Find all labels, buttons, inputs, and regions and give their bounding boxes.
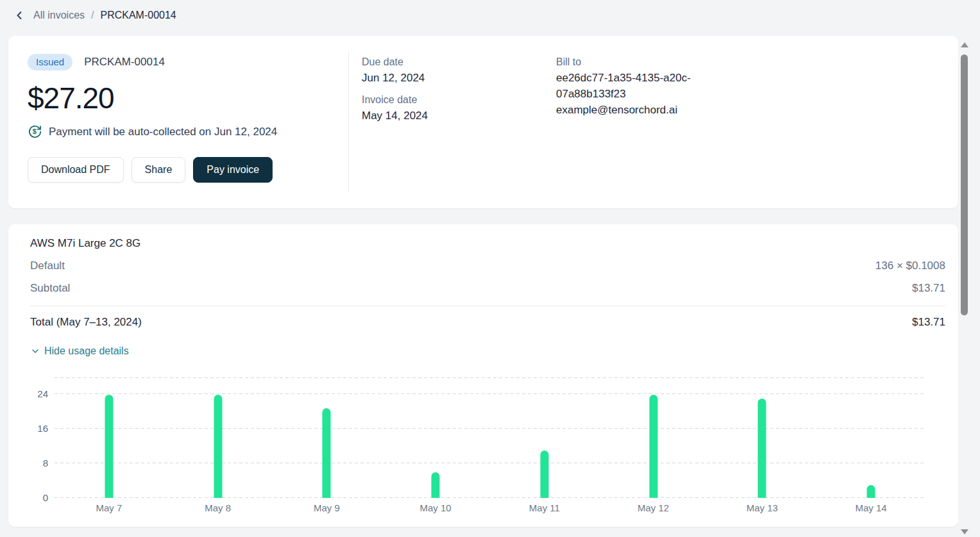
usage-bar-may-8	[214, 395, 222, 498]
total-divider	[30, 306, 945, 306]
bill-to-label: Bill to	[556, 56, 724, 68]
due-date-label: Due date	[362, 56, 556, 68]
gridline	[55, 393, 925, 394]
usage-bar-may-14	[867, 485, 875, 498]
x-axis-tick-label: May 12	[599, 502, 708, 513]
y-axis-tick-label: 24	[26, 388, 48, 400]
invoice-summary-card: Issued PRCKAM-00014 $27.20 $ Payment wil…	[8, 36, 958, 208]
gridline	[55, 497, 925, 498]
total-value: $13.71	[912, 315, 945, 330]
usage-bar-may-11	[540, 450, 548, 498]
invoice-date-label: Invoice date	[362, 94, 556, 106]
dates-column: Due date Jun 12, 2024 Invoice date May 1…	[362, 56, 556, 190]
gridline	[55, 377, 925, 378]
x-axis-tick-label: May 13	[708, 502, 817, 513]
breadcrumb-current: PRCKAM-00014	[100, 10, 176, 21]
bill-to-column: Bill to ee26dc77-1a35-4135-a20c-07a88b13…	[556, 56, 724, 190]
breadcrumb-separator: /	[91, 10, 94, 21]
usage-bar-may-7	[105, 395, 113, 498]
chevron-left-icon	[13, 9, 26, 22]
usage-bar-may-13	[758, 399, 766, 498]
share-button[interactable]: Share	[131, 157, 186, 183]
usage-bar-may-9	[323, 408, 331, 498]
due-date-value: Jun 12, 2024	[362, 70, 556, 86]
row-value: $13.71	[912, 281, 945, 296]
usage-chart-xlabels: May 7May 8May 9May 10May 11May 12May 13M…	[55, 502, 925, 513]
download-pdf-button[interactable]: Download PDF	[28, 157, 124, 183]
x-axis-tick-label: May 10	[381, 502, 490, 513]
usage-bar-may-12	[649, 395, 657, 498]
auto-collect-note: Payment will be auto-collected on Jun 12…	[49, 126, 277, 138]
gridline	[55, 428, 925, 429]
breadcrumb: All invoices / PRCKAM-00014	[0, 0, 980, 31]
invoice-summary: Issued PRCKAM-00014 $27.20 $ Payment wil…	[28, 54, 348, 190]
line-item-name: AWS M7i Large 2C 8G	[30, 236, 945, 251]
scrollbar	[959, 36, 969, 537]
x-axis-tick-label: May 7	[55, 502, 164, 513]
chevron-down-icon	[30, 346, 40, 356]
total-label: Total (May 7–13, 2024)	[30, 315, 142, 330]
usage-chart: 081624 May 7May 8May 9May 10May 11May 12…	[55, 378, 925, 513]
row-value: 136 × $0.1008	[875, 258, 945, 274]
scrollbar-thumb[interactable]	[961, 54, 968, 315]
svg-text:$: $	[33, 128, 37, 135]
invoice-date-value: May 14, 2024	[362, 108, 556, 124]
usage-bar-may-10	[432, 472, 440, 498]
bill-to-email: example@tensorchord.ai	[556, 102, 724, 118]
main-content: Issued PRCKAM-00014 $27.20 $ Payment wil…	[8, 36, 958, 527]
row-label: Subtotal	[30, 281, 70, 296]
back-button[interactable]	[12, 8, 27, 23]
x-axis-tick-label: May 9	[273, 502, 382, 513]
y-axis-tick-label: 8	[26, 458, 48, 469]
scrollbar-down-arrow-icon[interactable]	[961, 529, 968, 534]
usage-chart-plot: 081624	[55, 378, 925, 498]
x-axis-tick-label: May 8	[164, 502, 273, 513]
y-axis-tick-label: 16	[26, 423, 48, 434]
scrollbar-up-arrow-icon[interactable]	[961, 42, 968, 47]
usage-toggle-label: Hide usage details	[44, 345, 129, 357]
x-axis-tick-label: May 14	[816, 502, 925, 513]
row-label: Default	[30, 258, 65, 274]
line-item-row-default: Default 136 × $0.1008	[30, 258, 945, 274]
total-row: Total (May 7–13, 2024) $13.71	[30, 315, 945, 330]
breadcrumb-all-invoices[interactable]: All invoices	[33, 10, 85, 21]
invoice-number: PRCKAM-00014	[84, 56, 165, 69]
y-axis-tick-label: 0	[26, 492, 48, 504]
line-item-card: AWS M7i Large 2C 8G Default 136 × $0.100…	[8, 224, 958, 527]
auto-collect-refresh-dollar-icon: $	[28, 124, 42, 139]
pay-invoice-button[interactable]: Pay invoice	[193, 157, 273, 183]
line-item-row-subtotal: Subtotal $13.71	[30, 281, 945, 296]
status-badge: Issued	[28, 54, 72, 70]
invoice-amount: $27.20	[28, 81, 348, 115]
x-axis-tick-label: May 11	[490, 502, 599, 513]
hide-usage-details-toggle[interactable]: Hide usage details	[30, 345, 129, 357]
bill-to-id: ee26dc77-1a35-4135-a20c-07a88b133f23	[556, 70, 724, 102]
gridline	[55, 463, 925, 463]
